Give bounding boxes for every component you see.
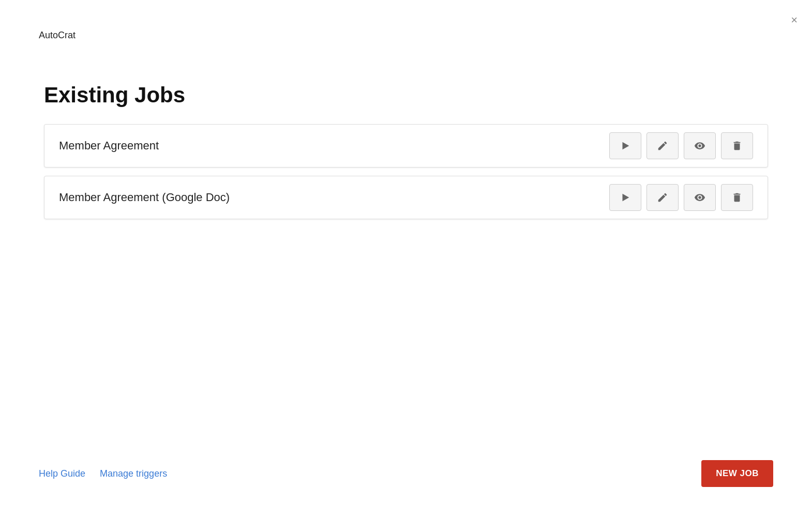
edit-job-button[interactable] <box>646 184 679 211</box>
view-job-button[interactable] <box>684 184 716 211</box>
play-icon <box>620 140 631 151</box>
delete-job-button[interactable] <box>721 184 753 211</box>
run-job-button[interactable] <box>609 132 641 159</box>
job-name: Member Agreement (Google Doc) <box>59 191 609 204</box>
footer-links: Help Guide Manage triggers <box>39 468 167 479</box>
job-actions <box>609 132 753 159</box>
run-job-button[interactable] <box>609 184 641 211</box>
edit-job-button[interactable] <box>646 132 679 159</box>
svg-marker-0 <box>623 142 629 150</box>
eye-icon <box>694 140 705 151</box>
play-icon <box>620 192 631 203</box>
manage-triggers-link[interactable]: Manage triggers <box>100 468 167 479</box>
job-row: Member Agreement (Google Doc) <box>44 176 768 219</box>
help-guide-link[interactable]: Help Guide <box>39 468 85 479</box>
edit-icon <box>657 192 668 203</box>
page-title: Existing Jobs <box>44 83 185 108</box>
job-row: Member Agreement <box>44 124 768 167</box>
trash-icon <box>731 192 743 203</box>
edit-icon <box>657 140 668 151</box>
app-title: AutoCrat <box>39 30 76 41</box>
footer: Help Guide Manage triggers NEW JOB <box>39 460 773 487</box>
svg-marker-1 <box>623 194 629 202</box>
trash-icon <box>731 140 743 151</box>
jobs-list: Member Agreement <box>44 124 768 219</box>
new-job-button[interactable]: NEW JOB <box>701 460 773 487</box>
delete-job-button[interactable] <box>721 132 753 159</box>
close-button[interactable]: × <box>791 14 798 26</box>
job-name: Member Agreement <box>59 139 609 153</box>
eye-icon <box>694 192 705 203</box>
view-job-button[interactable] <box>684 132 716 159</box>
job-actions <box>609 184 753 211</box>
